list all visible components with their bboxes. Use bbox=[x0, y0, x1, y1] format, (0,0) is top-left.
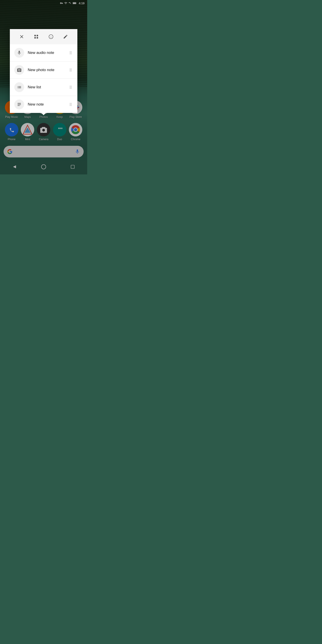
svg-rect-5 bbox=[34, 35, 36, 36]
svg-rect-6 bbox=[37, 35, 38, 36]
drag-icon-4 bbox=[68, 102, 73, 107]
drag-icon bbox=[68, 50, 73, 55]
drag-icon-3 bbox=[68, 85, 73, 90]
popup-menu: New audio note New photo note bbox=[10, 29, 77, 113]
popup-grid-button[interactable] bbox=[32, 33, 40, 41]
menu-item-new-list[interactable]: New list bbox=[10, 79, 77, 96]
svg-rect-8 bbox=[37, 37, 38, 38]
popup-container: New audio note New photo note bbox=[0, 0, 87, 174]
menu-item-new-photo-note[interactable]: New photo note bbox=[10, 62, 77, 79]
new-photo-note-label: New photo note bbox=[28, 68, 68, 72]
photo-note-drag-handle bbox=[68, 68, 73, 72]
list-icon bbox=[17, 85, 22, 90]
note-icon bbox=[17, 102, 22, 107]
photo-note-icon-wrap bbox=[14, 65, 24, 75]
menu-items-list: New audio note New photo note bbox=[10, 44, 77, 113]
popup-header bbox=[10, 29, 77, 44]
svg-rect-7 bbox=[34, 37, 36, 38]
new-note-label: New note bbox=[28, 102, 68, 107]
new-list-drag-handle bbox=[68, 85, 73, 90]
popup-edit-button[interactable] bbox=[62, 33, 70, 41]
audio-note-drag-handle bbox=[68, 50, 73, 55]
new-list-icon-wrap bbox=[14, 82, 24, 92]
new-note-drag-handle bbox=[68, 102, 73, 107]
menu-item-new-audio-note[interactable]: New audio note bbox=[10, 44, 77, 62]
new-audio-note-label: New audio note bbox=[28, 50, 68, 55]
drag-icon-2 bbox=[68, 68, 73, 72]
popup-info-button[interactable] bbox=[47, 33, 55, 41]
audio-note-icon-wrap bbox=[14, 48, 24, 58]
popup-close-button[interactable] bbox=[18, 33, 26, 41]
new-note-icon-wrap bbox=[14, 100, 24, 109]
menu-item-new-note[interactable]: New note bbox=[10, 96, 77, 113]
camera-icon bbox=[17, 68, 22, 72]
new-list-label: New list bbox=[28, 85, 68, 90]
mic-icon bbox=[17, 50, 22, 55]
